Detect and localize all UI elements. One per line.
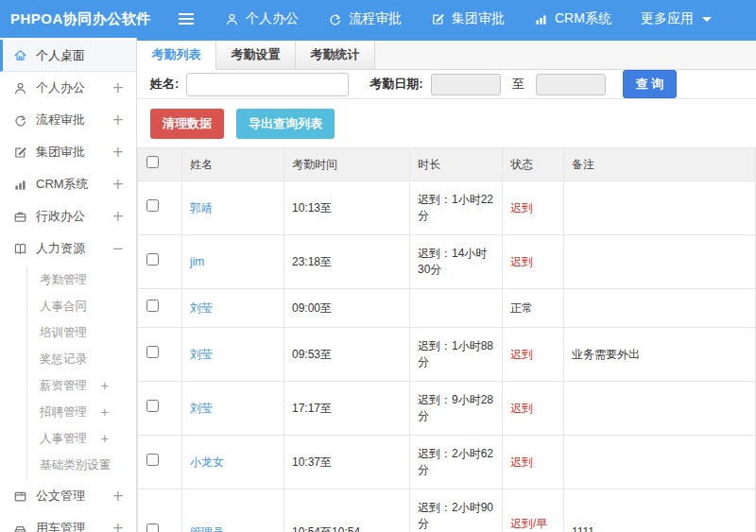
sidebar-item-personal-office[interactable]: 个人办公+ <box>0 72 136 104</box>
duration-cell: 迟到：2小时90分早退：7小时10分 <box>410 489 503 532</box>
search-button[interactable]: 查 询 <box>623 70 678 98</box>
employee-name-link[interactable]: 小龙女 <box>190 455 224 469</box>
status-cell: 迟到 <box>503 181 564 235</box>
expand-icon[interactable]: + <box>112 112 124 129</box>
tab-attendance-stats[interactable]: 考勤统计 <box>296 41 375 70</box>
date-to-label: 至 <box>512 76 524 93</box>
sidebar-subitem-label: 薪资管理 <box>40 378 87 394</box>
employee-name-link[interactable]: 郭靖 <box>190 201 213 215</box>
sidebar-item-label: CRM系统 <box>36 176 89 193</box>
expand-icon[interactable]: + <box>101 457 109 472</box>
sidebar-item-admin-office[interactable]: 行政办公+ <box>0 200 136 232</box>
row-checkbox[interactable] <box>146 199 159 212</box>
sidebar-item-human-resources[interactable]: 人力资源− <box>0 232 136 265</box>
sidebar-item-personal-desktop[interactable]: 个人桌面 <box>0 40 136 72</box>
export-list-button[interactable]: 导出查询列表 <box>236 109 335 139</box>
employee-name-link[interactable]: 刘莹 <box>190 348 213 361</box>
attendance-time-cell: 09:00至 <box>284 289 410 328</box>
remark-cell: 业务需要外出 <box>564 328 756 382</box>
status-cell: 迟到 <box>503 382 564 436</box>
briefcase-icon <box>13 210 27 224</box>
sidebar-item-crm-system[interactable]: CRM系统+ <box>0 168 136 200</box>
name-cell: 刘莹 <box>182 289 284 328</box>
attendance-time-cell: 10:54至10:54 <box>284 489 410 532</box>
chart-icon <box>13 178 27 192</box>
sidebar-item-vehicle-management[interactable]: 用车管理+ <box>0 512 136 532</box>
chevron-down-icon <box>702 17 712 22</box>
expand-icon[interactable]: + <box>112 79 124 96</box>
employee-name-link[interactable]: jim <box>190 255 204 268</box>
doc-icon <box>13 489 27 504</box>
sidebar-item-workflow-approval[interactable]: 流程审批+ <box>0 104 136 136</box>
user-icon <box>225 12 239 26</box>
row-checkbox[interactable] <box>146 400 159 412</box>
tab-attendance-list[interactable]: 考勤列表 <box>137 41 216 70</box>
topnav-more-apps[interactable]: 更多应用 <box>641 10 712 27</box>
employee-name-link[interactable]: 管理员 <box>190 525 224 532</box>
table-row: 刘莹 09:53至 迟到：1小时88分 迟到 业务需要外出 <box>138 328 756 382</box>
name-filter-input[interactable] <box>186 73 349 96</box>
row-select-cell <box>138 289 182 328</box>
status-cell: 迟到 <box>503 436 564 489</box>
book-icon <box>13 242 27 256</box>
expand-icon[interactable]: + <box>101 431 109 446</box>
main-layout: 个人桌面个人办公+流程审批+集团审批+CRM系统+行政办公+人力资源−考勤管理人… <box>0 38 756 532</box>
duration-cell <box>410 289 503 328</box>
date-from-input[interactable] <box>431 74 501 95</box>
sidebar-item-label: 行政办公 <box>36 208 85 225</box>
topnav-crm-system[interactable]: CRM系统 <box>534 10 611 27</box>
sidebar-subitem-label: 招聘管理 <box>40 404 87 420</box>
sidebar-submenu-human-resources: 考勤管理人事合同培训管理奖惩记录薪资管理+招聘管理+人事管理+基础类别设置+ <box>26 266 136 478</box>
flow-icon <box>328 12 342 26</box>
app-title: PHPOA协同办公软件 <box>0 10 178 28</box>
sidebar-subitem-label: 人事合同 <box>40 299 87 315</box>
home-icon <box>13 48 27 62</box>
topnav-group-approval[interactable]: 集团审批 <box>431 10 505 27</box>
row-checkbox[interactable] <box>146 300 159 312</box>
expand-icon[interactable]: + <box>112 176 124 193</box>
row-checkbox[interactable] <box>146 523 159 532</box>
sidebar-subitem-salary-management[interactable]: 薪资管理+ <box>27 372 136 399</box>
row-checkbox[interactable] <box>146 454 159 466</box>
employee-name-link[interactable]: 刘莹 <box>190 402 213 415</box>
expand-icon[interactable]: + <box>112 488 124 505</box>
sidebar-subitem-recruitment-management[interactable]: 招聘管理+ <box>27 399 136 425</box>
expand-icon[interactable]: + <box>112 520 124 532</box>
expand-icon[interactable]: + <box>101 404 109 420</box>
sidebar-item-group-approval[interactable]: 集团审批+ <box>0 136 136 168</box>
table-row: jim 23:18至 迟到：14小时30分 迟到 <box>138 235 756 289</box>
expand-icon[interactable]: + <box>101 378 109 393</box>
sidebar-subitem-personnel-contract[interactable]: 人事合同 <box>27 293 136 319</box>
date-to-input[interactable] <box>536 74 606 95</box>
select-all-checkbox[interactable] <box>146 156 159 168</box>
duration-cell: 迟到：2小时62分 <box>410 436 503 489</box>
sidebar-subitem-attendance-management[interactable]: 考勤管理 <box>27 266 136 293</box>
clean-data-button[interactable]: 清理数据 <box>150 109 224 139</box>
row-checkbox[interactable] <box>146 253 159 266</box>
sidebar-subitem-training-management[interactable]: 培训管理 <box>27 319 136 346</box>
row-checkbox[interactable] <box>146 346 159 358</box>
sidebar-item-document-management[interactable]: 公文管理+ <box>0 480 136 512</box>
topnav-workflow-approval[interactable]: 流程审批 <box>328 10 402 27</box>
sidebar-item-label: 人力资源 <box>36 240 85 257</box>
sidebar-subitem-basic-category-settings[interactable]: 基础类别设置+ <box>27 452 136 478</box>
employee-name-link[interactable]: 刘莹 <box>190 301 213 315</box>
hamburger-icon[interactable] <box>178 12 195 26</box>
topnav-label: CRM系统 <box>555 10 611 27</box>
sidebar-subitem-personnel-management[interactable]: 人事管理+ <box>27 425 136 452</box>
expand-icon[interactable]: + <box>112 144 124 161</box>
attendance-time-cell: 10:13至 <box>284 181 410 235</box>
topbar-nav: 个人办公流程审批集团审批CRM系统更多应用 <box>225 10 741 27</box>
date-filter-label: 考勤日期: <box>369 76 422 93</box>
remark-cell: 1111 <box>564 489 756 532</box>
topnav-personal-office[interactable]: 个人办公 <box>225 10 299 27</box>
sidebar-subitem-reward-punishment-record[interactable]: 奖惩记录 <box>27 346 136 372</box>
duration-line: 迟到：2小时90分 <box>418 500 494 532</box>
row-select-cell <box>138 235 182 289</box>
content-panel: 考勤列表考勤设置考勤统计 姓名: 考勤日期: 至 查 询 清理数据 导出查询列表 <box>137 38 756 532</box>
expand-icon[interactable]: + <box>112 208 124 225</box>
sidebar-subitem-label: 基础类别设置 <box>40 457 111 473</box>
tab-attendance-setup[interactable]: 考勤设置 <box>216 41 296 70</box>
collapse-icon[interactable]: − <box>112 240 124 257</box>
table-row: 刘莹 09:00至 正常 <box>138 289 756 328</box>
